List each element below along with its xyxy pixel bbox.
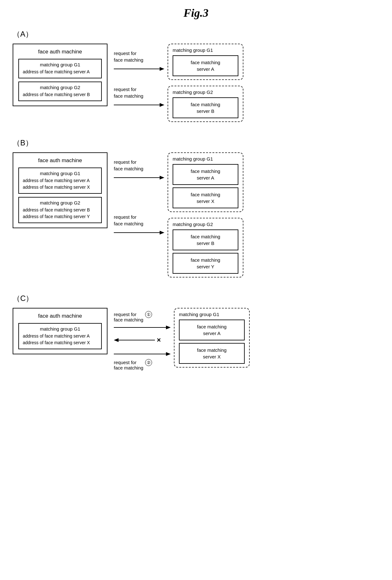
page-title: Fig.3 (13, 6, 379, 20)
group-a-g1-addr: address of face matching server A (23, 69, 97, 75)
cross-icon: × (157, 336, 161, 344)
group-b-g1: matching group G1 address of face matchi… (18, 168, 102, 194)
section-b-diagram: face auth machine matching group G1 addr… (13, 152, 379, 278)
groups-c: matching group G1 face matching server A… (174, 308, 250, 368)
group-a-g1-outer-label: matching group G1 (173, 47, 238, 53)
section-a-label: （A） (13, 29, 379, 39)
group-b-g1-name: matching group G1 (23, 171, 97, 176)
group-a-g2: matching group G2 address of face matchi… (18, 82, 102, 101)
group-b-g1-outer: matching group G1 face matching server A… (168, 152, 243, 212)
section-b-label: （B） (13, 138, 379, 148)
arrow-b-2: request for face matching (114, 214, 164, 237)
groups-b: matching group G1 face matching server A… (168, 152, 243, 278)
arrow-a-1-line (114, 64, 164, 73)
arrow-b-2-label: request for face matching (114, 214, 143, 227)
arrow-a-2: request for face matching (114, 86, 164, 109)
arrow-c-1: request for face matching ① (114, 311, 171, 332)
arrow-c-2-line (114, 350, 171, 358)
arrows-a: request for face matching request for fa… (107, 44, 168, 116)
arrow-b-1: request for face matching (114, 159, 164, 182)
server-b-y: face matching server Y (173, 253, 238, 274)
group-b-g2: matching group G2 address of face matchi… (18, 197, 102, 223)
auth-machine-c: face auth machine matching group G1 addr… (13, 308, 107, 354)
server-c-x: face matching server X (179, 343, 245, 364)
arrows-b: request for face matching request for fa… (107, 152, 168, 243)
back-arrow-x-line (114, 336, 155, 345)
arrow-c-1-label-row: request for face matching ① (114, 311, 152, 322)
server-a-a: face matching server A (173, 55, 238, 76)
section-c-diagram: face auth machine matching group G1 addr… (13, 308, 379, 370)
group-c-g1-outer-label: matching group G1 (179, 312, 245, 317)
server-b-x: face matching server X (173, 187, 238, 208)
svg-marker-9 (166, 326, 171, 329)
section-c-label: （C） (13, 293, 379, 303)
section-b: （B） face auth machine matching group G1 … (13, 138, 379, 278)
group-a-g2-name: matching group G2 (23, 85, 97, 90)
group-c-g1-outer: matching group G1 face matching server A… (174, 308, 250, 368)
group-b-g2-addr: address of face matching server B addres… (23, 207, 97, 220)
svg-marker-5 (160, 176, 164, 180)
arrow-b-1-label: request for face matching (114, 159, 143, 172)
svg-marker-11 (114, 338, 119, 342)
arrow-b-2-line (114, 228, 164, 237)
svg-marker-7 (160, 231, 164, 235)
groups-a: matching group G1 face matching server A… (168, 44, 243, 122)
auth-machine-a: face auth machine matching group G1 addr… (13, 44, 107, 106)
group-c-g1-name: matching group G1 (23, 326, 97, 332)
arrow-c-2-label: request for face matching (114, 360, 143, 370)
arrow-c-1-label: request for face matching (114, 312, 143, 322)
group-b-g2-outer-label: matching group G2 (173, 222, 238, 227)
arrow-a-1-label: request for face matching (114, 50, 143, 63)
group-c-g1-addr: address of face matching server A addres… (23, 333, 97, 346)
section-a: （A） face auth machine matching group G1 … (13, 29, 379, 122)
arrow-c-1-line (114, 323, 171, 332)
section-c: （C） face auth machine matching group G1 … (13, 293, 379, 370)
svg-marker-13 (166, 352, 171, 356)
group-a-g2-outer: matching group G2 face matching server B (168, 86, 243, 122)
group-b-g1-addr: address of face matching server A addres… (23, 177, 97, 191)
arrow-a-1: request for face matching (114, 50, 164, 73)
section-a-diagram: face auth machine matching group G1 addr… (13, 44, 379, 122)
group-a-g1: matching group G1 address of face matchi… (18, 59, 102, 78)
server-b-b: face matching server B (173, 229, 238, 250)
arrow-c-2: request for face matching ② (114, 350, 171, 370)
group-a-g1-outer: matching group G1 face matching server A (168, 44, 243, 80)
arrow-c-1-num: ① (145, 311, 152, 318)
group-a-g2-outer-label: matching group G2 (173, 89, 238, 95)
server-b-a: face matching server A (173, 164, 238, 185)
auth-machine-b-title: face auth machine (18, 157, 102, 164)
group-a-g1-name: matching group G1 (23, 62, 97, 67)
group-a-g2-addr: address of face matching server B (23, 91, 97, 98)
group-b-g1-outer-label: matching group G1 (173, 156, 238, 162)
auth-machine-a-title: face auth machine (18, 49, 102, 55)
svg-marker-3 (160, 103, 164, 107)
group-b-g2-name: matching group G2 (23, 200, 97, 205)
back-arrow-x: × (114, 336, 161, 345)
svg-marker-1 (160, 67, 164, 71)
group-b-g2-outer: matching group G2 face matching server B… (168, 218, 243, 278)
server-c-a: face matching server A (179, 320, 245, 340)
group-c-g1: matching group G1 address of face matchi… (18, 323, 102, 349)
arrows-c: request for face matching ① × (107, 308, 174, 370)
arrow-a-2-line (114, 101, 164, 109)
arrow-c-2-num: ② (145, 359, 152, 366)
auth-machine-c-title: face auth machine (18, 313, 102, 319)
arrow-b-1-line (114, 173, 164, 182)
arrow-a-2-label: request for face matching (114, 86, 143, 99)
server-a-b: face matching server B (173, 97, 238, 118)
arrow-c-2-label-row: request for face matching ② (114, 359, 152, 370)
auth-machine-b: face auth machine matching group G1 addr… (13, 152, 107, 228)
